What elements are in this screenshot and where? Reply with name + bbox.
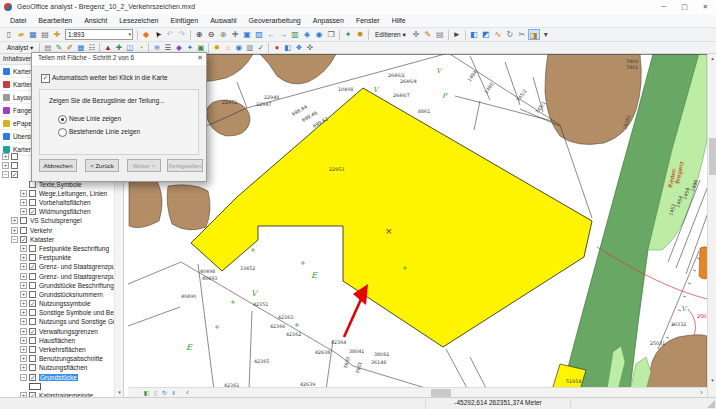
layer-row[interactable]: +Vorbehaltsflächen — [0, 198, 114, 207]
layer-row[interactable]: +Grundstücke Beschriftung — [0, 281, 114, 290]
layer-checkbox[interactable] — [29, 355, 36, 362]
layer-checkbox[interactable]: ✓ — [20, 236, 27, 243]
layer-row[interactable]: +Nutzungsflächen — [0, 363, 114, 372]
analyst-toolbar-icon[interactable]: ❖ — [293, 42, 304, 53]
cut-polygons-icon[interactable]: ◩ — [480, 29, 492, 40]
menu-item-bearbeiten[interactable]: Bearbeiten — [32, 17, 78, 24]
h-scroll-thumb[interactable] — [431, 389, 451, 397]
layer-row[interactable]: +Verkehr — [0, 226, 114, 235]
expander-icon[interactable]: − — [20, 374, 27, 381]
expander-icon[interactable]: + — [20, 263, 27, 270]
menu-item-einfügen[interactable]: Einfügen — [164, 17, 204, 24]
layer-checkbox[interactable] — [29, 346, 36, 353]
layer-checkbox[interactable]: ✓ — [29, 263, 36, 270]
layer-checkbox[interactable] — [29, 254, 36, 261]
select-features-icon[interactable]: ▥ — [289, 29, 301, 40]
layer-row[interactable]: +Nutzungs und Sonstige Gren — [0, 317, 114, 326]
expander-icon[interactable]: − — [11, 236, 18, 243]
layer-row[interactable]: +✓Nutzungssymbole — [0, 299, 114, 308]
layer-row[interactable]: +Festpunkte — [0, 253, 114, 262]
pencil-icon[interactable]: ✎ — [422, 29, 434, 40]
attributes-icon[interactable]: ▤ — [434, 29, 446, 40]
abbrechen-button[interactable]: Abbrechen — [39, 159, 77, 172]
layer-checkbox[interactable] — [29, 337, 36, 344]
save-icon[interactable]: ▦ — [27, 29, 39, 40]
forward-icon[interactable]: → — [277, 29, 289, 40]
menu-item-fenster[interactable]: Fenster — [350, 17, 386, 24]
expander-icon[interactable]: + — [20, 291, 27, 298]
expander-icon[interactable]: + — [11, 227, 18, 234]
expander-icon[interactable]: + — [20, 245, 27, 252]
zoom-in-icon[interactable]: ⊕ — [193, 29, 205, 40]
edit-arrow-icon[interactable]: ► — [451, 29, 463, 40]
layer-checkbox[interactable]: ✓ — [29, 300, 36, 307]
full-extent-icon[interactable]: ▣ — [241, 29, 253, 40]
expander-icon[interactable]: + — [20, 318, 27, 325]
expander-icon[interactable]: + — [20, 337, 27, 344]
add-data-icon[interactable]: ✚ — [51, 29, 63, 40]
layer-checkbox[interactable] — [29, 245, 36, 252]
layer-row[interactable]: +Grundstücksnummern — [0, 290, 114, 299]
analyst-toolbar-icon[interactable]: ◉ — [233, 42, 244, 53]
layer-checkbox[interactable] — [20, 227, 27, 234]
trace-tool-icon[interactable]: ✹ — [354, 29, 366, 40]
more-tools-icon[interactable]: ▾ — [540, 29, 552, 40]
editieren-menu[interactable]: Editieren ▾ — [371, 31, 410, 39]
scale-combo[interactable]: 1:893▾ — [65, 29, 133, 40]
layer-checkbox[interactable] — [29, 199, 36, 206]
minimize-button[interactable]: ─ — [653, 0, 674, 14]
style-icon[interactable]: ◆ — [140, 29, 152, 40]
menu-item-lesezeichen[interactable]: Lesezeichen — [113, 17, 164, 24]
expander-icon[interactable]: + — [2, 162, 9, 169]
split-icon[interactable]: ✂ — [516, 29, 528, 40]
viewer-window-icon[interactable]: ❒ — [325, 29, 337, 40]
layer-checkbox[interactable] — [29, 318, 36, 325]
layer-row[interactable]: +Festpunkte Beschriftung — [0, 244, 114, 253]
layer-row[interactable]: +✓Grenz- und Staatsgrenzpunk — [0, 262, 114, 271]
bestehende-linie-radio[interactable] — [58, 128, 67, 137]
identify-icon[interactable]: ◈ — [301, 29, 313, 40]
layer-checkbox[interactable] — [29, 190, 36, 197]
layer-row[interactable]: −✓Grundstücke — [0, 373, 114, 382]
expander-icon[interactable]: − — [2, 171, 9, 178]
zoom-out-icon[interactable]: ⊖ — [205, 29, 217, 40]
v-scroll-thumb[interactable] — [709, 138, 716, 175]
expander-icon[interactable]: + — [20, 282, 27, 289]
expander-icon[interactable]: + — [20, 300, 27, 307]
layer-row[interactable]: −✓Kataster — [0, 235, 114, 244]
analyst-toolbar-icon[interactable]: ◧ — [282, 42, 293, 53]
menu-item-geoverarbeitung[interactable]: Geoverarbeitung — [243, 17, 307, 24]
layer-row[interactable]: +✓Verwaltungsgrenzen — [0, 327, 114, 336]
reshape-icon[interactable]: ∿ — [492, 29, 504, 40]
layer-checkbox[interactable] — [29, 309, 36, 316]
layer-checkbox[interactable]: ✓ — [11, 171, 18, 178]
layer-checkbox[interactable] — [11, 153, 18, 160]
layer-row[interactable]: +✓Widmungsflächen — [0, 207, 114, 216]
print-icon[interactable]: ▤ — [39, 29, 51, 40]
analyst-toolbar-icon[interactable]: ● — [271, 42, 282, 53]
analyst-toolbar-icon[interactable]: ☼ — [222, 42, 233, 53]
menu-item-ansicht[interactable]: Ansicht — [78, 17, 113, 24]
zurueck-button[interactable]: < Zurück — [85, 159, 119, 172]
legend-swatch-row[interactable] — [0, 382, 114, 391]
layer-checkbox[interactable]: ✓ — [29, 374, 36, 381]
scroll-down-icon[interactable]: ▾ — [708, 376, 716, 385]
menu-item-hilfe[interactable]: Hilfe — [386, 17, 412, 24]
layer-checkbox[interactable] — [29, 364, 36, 371]
undo-icon[interactable]: ↶ — [164, 29, 176, 40]
data-view-button[interactable]: ◧ — [142, 389, 151, 397]
menu-item-anpassen[interactable]: Anpassen — [307, 17, 350, 24]
layer-row[interactable]: +Hausflächen — [0, 336, 114, 345]
expander-icon[interactable]: + — [20, 309, 27, 316]
open-folder-icon[interactable]: ▰ — [15, 29, 27, 40]
create-features-icon[interactable]: ◧ — [468, 29, 480, 40]
layer-row[interactable]: +Sonstige Symbole und Besch — [0, 308, 114, 317]
map-vertical-scrollbar[interactable]: ▴ ▾ — [707, 54, 716, 397]
expander-icon[interactable]: + — [20, 273, 27, 280]
scroll-down-icon[interactable]: ▾ — [115, 388, 124, 397]
expander-icon[interactable]: + — [20, 328, 27, 335]
analyst-toolbar-icon[interactable]: ✓ — [255, 42, 266, 53]
menu-item-auswahl[interactable]: Auswahl — [204, 17, 242, 24]
expander-icon[interactable]: + — [20, 199, 27, 206]
active-edit-tool-icon[interactable]: ◨ — [528, 29, 540, 40]
